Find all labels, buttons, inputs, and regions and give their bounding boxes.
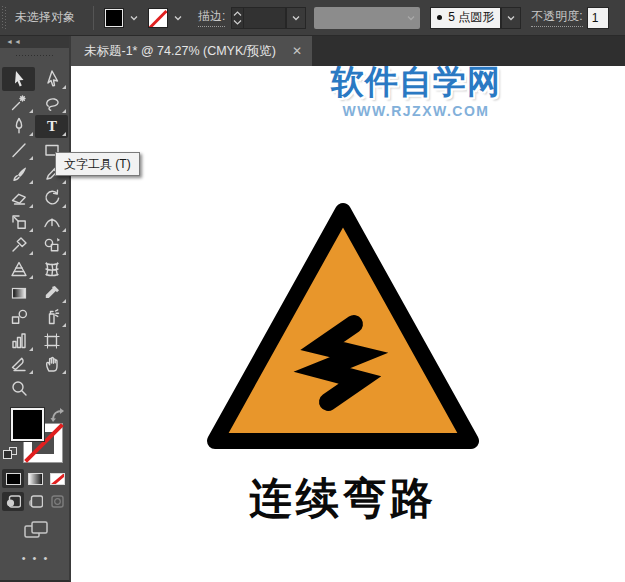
brush-preview-dot [437, 15, 442, 20]
none-swatch-icon [50, 473, 65, 485]
flyout-indicator [62, 180, 66, 184]
tools-panel: ◄◄ T [0, 36, 71, 582]
fill-color-swatch[interactable] [104, 8, 124, 28]
gradient-icon [9, 283, 29, 303]
none-button[interactable] [46, 469, 68, 488]
fill-color-dropdown[interactable] [126, 8, 142, 28]
document-tab[interactable]: 未标题-1* @ 74.27% (CMYK/预览) ✕ [71, 36, 312, 66]
tool-hand[interactable] [35, 353, 68, 377]
tool-width[interactable] [35, 210, 68, 234]
chevron-down-icon [507, 14, 515, 22]
illustrator-window: 未选择对象 描边: 5 点圆形 不透明度: 1 [0, 0, 625, 582]
tooltip-text: 文字工具 (T) [64, 156, 131, 173]
draw-behind-button[interactable] [24, 492, 46, 511]
chevron-down-icon [407, 14, 415, 22]
magic-wand-icon [9, 93, 29, 113]
stroke-weight-field[interactable] [244, 7, 286, 29]
flyout-indicator [29, 251, 33, 255]
tool-type[interactable]: T [35, 115, 68, 139]
selection-status-label: 未选择对象 [15, 9, 75, 26]
column-graph-icon [9, 331, 29, 351]
stroke-color-swatch[interactable] [148, 8, 168, 28]
tool-eyedropper[interactable] [35, 281, 68, 305]
brush-definition-dropdown[interactable]: 5 点圆形 [430, 7, 501, 29]
selection-icon [9, 69, 29, 89]
tools-grid: T [2, 67, 69, 400]
tool-direct-selection[interactable] [35, 67, 68, 91]
panel-drag-handle[interactable] [0, 48, 69, 64]
tool-scale[interactable] [2, 210, 35, 234]
direct-selection-icon [42, 69, 62, 89]
canvas-artboard[interactable]: 软件自学网 WWW.RJZXW.COM 连续弯路 [71, 66, 625, 582]
stroke-weight-stepper[interactable] [231, 7, 244, 29]
watermark: 软件自学网 WWW.RJZXW.COM [323, 60, 509, 119]
fill-proxy-swatch[interactable] [11, 408, 44, 441]
tool-perspective-grid[interactable] [2, 257, 35, 281]
document-tab-title: 未标题-1* @ 74.27% (CMYK/预览) [84, 43, 276, 60]
eyedropper-icon [42, 283, 62, 303]
tool-eraser[interactable] [2, 186, 35, 210]
default-fill-stroke-button[interactable] [3, 447, 19, 463]
tool-mesh[interactable] [35, 257, 68, 281]
stroke-weight-label[interactable]: 描边: [198, 8, 225, 27]
color-button[interactable] [2, 469, 24, 488]
tool-magic-wand[interactable] [2, 91, 35, 115]
flyout-indicator [29, 275, 33, 279]
panel-collapse-button[interactable]: ◄◄ [0, 36, 69, 48]
tool-slice[interactable] [2, 353, 35, 377]
gradient-swatch-icon [28, 473, 43, 485]
sign-label-text[interactable]: 连续弯路 [167, 470, 519, 528]
tool-gradient[interactable] [2, 281, 35, 305]
flyout-indicator [29, 180, 33, 184]
shape-builder-icon [42, 235, 62, 255]
edit-toolbar-button[interactable]: • • • [0, 552, 71, 564]
zoom-icon [9, 378, 29, 398]
swap-fill-stroke-icon[interactable] [50, 407, 67, 423]
drawing-mode-buttons [2, 492, 69, 511]
drag-dots [16, 54, 54, 58]
tool-pen[interactable] [2, 115, 35, 139]
tool-blend[interactable] [2, 305, 35, 329]
watermark-title: 软件自学网 [323, 60, 509, 105]
flyout-indicator [62, 323, 66, 327]
stroke-weight-dropdown[interactable] [286, 7, 306, 29]
draw-normal-button[interactable] [2, 492, 24, 511]
opacity-label[interactable]: 不透明度: [531, 8, 582, 27]
flyout-indicator [62, 109, 66, 113]
warning-sign-graphic[interactable] [197, 194, 489, 462]
gradient-button[interactable] [24, 469, 46, 488]
rotate-icon [42, 188, 62, 208]
chevron-down-icon [130, 14, 138, 22]
tool-line-segment[interactable] [2, 138, 35, 162]
tool-paintbrush[interactable] [2, 162, 35, 186]
tool-symbol-sprayer[interactable] [35, 305, 68, 329]
tool-zoom[interactable] [2, 376, 35, 400]
brush-definition-value: 5 点圆形 [448, 9, 494, 26]
hand-icon [42, 354, 62, 374]
flyout-indicator [62, 228, 66, 232]
brush-definition-chevron[interactable] [501, 7, 521, 29]
change-screen-mode-button[interactable] [0, 516, 71, 544]
screen-mode-icon [24, 521, 48, 539]
opacity-field[interactable]: 1 [587, 7, 609, 29]
flyout-indicator [29, 156, 33, 160]
flyout-indicator [62, 132, 66, 136]
chevron-down-icon [174, 14, 182, 22]
tool-rotate[interactable] [35, 186, 68, 210]
options-bar-grip[interactable] [2, 6, 7, 30]
tool-selection[interactable] [2, 67, 35, 91]
color-mode-buttons [2, 469, 69, 488]
fill-stroke-cluster [0, 405, 71, 467]
flyout-indicator [62, 85, 66, 89]
flyout-indicator [62, 251, 66, 255]
draw-inside-button [46, 492, 68, 511]
tool-column-graph[interactable] [2, 329, 35, 353]
tool-artboard[interactable] [35, 329, 68, 353]
tool-lasso[interactable] [35, 91, 68, 115]
color-swatch-icon [6, 473, 21, 485]
tab-close-icon[interactable]: ✕ [292, 45, 302, 57]
tool-tooltip: 文字工具 (T) [55, 152, 140, 176]
stroke-color-dropdown[interactable] [170, 8, 186, 28]
tool-shape-builder[interactable] [35, 234, 68, 258]
tool-free-transform[interactable] [2, 234, 35, 258]
